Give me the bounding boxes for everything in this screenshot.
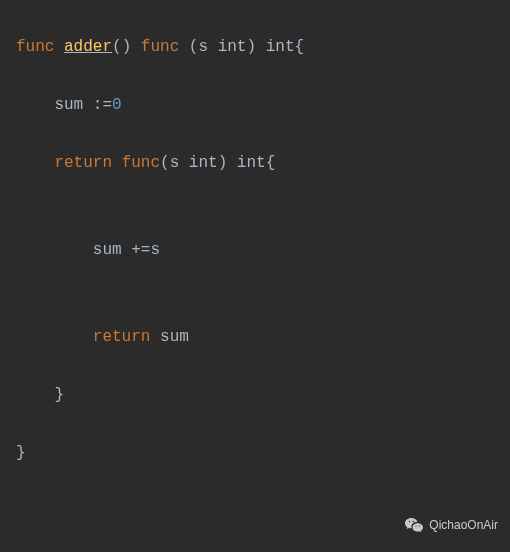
code-line: sum :=0 bbox=[0, 91, 510, 120]
code-line: return func(s int) int{ bbox=[0, 149, 510, 178]
watermark-label: QichaoOnAir bbox=[429, 511, 498, 540]
code-line: return sum bbox=[0, 323, 510, 352]
code-line: func adder() func (s int) int{ bbox=[0, 33, 510, 62]
watermark: QichaoOnAir bbox=[405, 511, 498, 540]
code-editor[interactable]: func adder() func (s int) int{ sum :=0 r… bbox=[0, 0, 510, 552]
code-line: } bbox=[0, 439, 510, 468]
code-line: sum +=s bbox=[0, 236, 510, 265]
code-line: } bbox=[0, 381, 510, 410]
wechat-icon bbox=[405, 518, 423, 533]
